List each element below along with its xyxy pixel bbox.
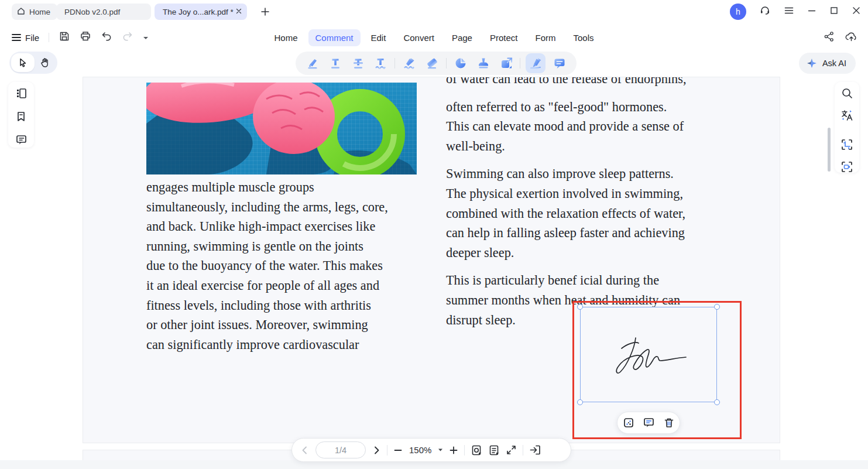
left-sidebar: [8, 82, 34, 148]
cursor-icon: [18, 57, 28, 68]
share-icon[interactable]: [824, 31, 835, 44]
stamp-tool-button[interactable]: [475, 54, 492, 72]
main-menu: Home Comment Edit Convert Page Protect F…: [267, 23, 601, 52]
shapes-tool-button[interactable]: [498, 54, 515, 72]
divider: [446, 58, 447, 69]
text-line: fitness levels, including those with art…: [146, 296, 388, 316]
text-line: it an ideal exercise for people of all a…: [146, 276, 388, 296]
signature-tool-button[interactable]: [526, 53, 545, 73]
minimize-icon[interactable]: [807, 6, 816, 18]
menubar: File Home Comment Edit Convert: [0, 23, 868, 52]
freehand-draw-icon: [402, 56, 416, 70]
menu-item-home[interactable]: Home: [267, 29, 304, 46]
comment-icon[interactable]: [643, 417, 655, 429]
resize-handle-bottom-right[interactable]: [714, 399, 720, 405]
cloud-upload-icon[interactable]: [845, 31, 857, 44]
select-tool-button[interactable]: [11, 53, 35, 72]
home-button[interactable]: Home: [12, 4, 57, 20]
text-line: This can elevate mood and provide a sens…: [446, 117, 686, 136]
ask-ai-label: Ask AI: [822, 59, 846, 68]
undo-history-caret-icon[interactable]: [143, 32, 149, 43]
signature-annotation-selection[interactable]: [580, 307, 717, 402]
text-line: can significantly improve cardiovascular: [146, 335, 388, 355]
translate-icon[interactable]: [840, 109, 853, 124]
page-fit-icon[interactable]: [471, 444, 482, 456]
resize-handle-top-right[interactable]: [714, 304, 720, 310]
avatar[interactable]: h: [730, 4, 746, 20]
underline-tool-button[interactable]: [327, 54, 344, 72]
redo-icon[interactable]: [122, 30, 133, 44]
support-headset-icon[interactable]: [759, 5, 771, 19]
highlight-tool-button[interactable]: [304, 54, 321, 72]
menu-item-convert[interactable]: Convert: [396, 29, 441, 46]
menu-item-page[interactable]: Page: [445, 29, 479, 46]
menu-item-protect[interactable]: Protect: [483, 29, 525, 46]
titlebar: Home PDNob v2.0.pdf The Joy o...ark.pdf …: [0, 0, 868, 23]
strikethrough-icon: [351, 56, 365, 70]
handwritten-signature: [605, 328, 693, 384]
eraser-icon: [425, 56, 439, 70]
previous-page-icon[interactable]: [300, 446, 310, 455]
bookmark-icon[interactable]: [15, 111, 27, 125]
crop-icon[interactable]: [840, 138, 853, 153]
vertical-scrollbar[interactable]: [828, 128, 831, 172]
shapes-icon: [499, 56, 513, 70]
print-icon[interactable]: [80, 30, 91, 44]
pdf-page[interactable]: engages multiple muscle groups simultane…: [83, 77, 780, 443]
underline-icon: [328, 56, 342, 70]
sticker-tool-button[interactable]: [452, 54, 469, 72]
exit-view-icon[interactable]: [529, 444, 541, 456]
eraser-tool-button[interactable]: [423, 54, 441, 72]
maximize-icon[interactable]: [829, 6, 839, 18]
zoom-out-icon[interactable]: [393, 446, 403, 455]
resize-handle-top-left[interactable]: [577, 304, 583, 310]
menu-item-form[interactable]: Form: [528, 29, 562, 46]
appearance-icon[interactable]: [623, 417, 634, 429]
close-tab-icon[interactable]: [235, 8, 242, 16]
app-menu-icon[interactable]: [784, 5, 794, 18]
search-icon[interactable]: [841, 87, 853, 102]
zoom-dropdown-caret-icon[interactable]: [438, 448, 443, 452]
fullscreen-icon[interactable]: [506, 444, 517, 456]
undo-icon[interactable]: [101, 30, 112, 44]
divider: [394, 58, 395, 69]
text-line: Swimming can also improve sleep patterns…: [446, 164, 686, 184]
new-tab-button[interactable]: [259, 6, 271, 18]
text-line: well-being.: [446, 136, 686, 156]
save-icon[interactable]: [59, 30, 70, 44]
tab-pdnob[interactable]: PDNob v2.0.pdf: [56, 4, 151, 20]
sticker-icon: [454, 56, 468, 70]
divider: [464, 445, 465, 456]
tab-joy-of-watermark-active[interactable]: The Joy o...ark.pdf *: [155, 4, 247, 20]
resize-handle-bottom-left[interactable]: [577, 399, 583, 405]
page-text-left-column: engages multiple muscle groups simultane…: [146, 177, 388, 354]
freehand-draw-tool-button[interactable]: [400, 54, 418, 72]
page-number-input[interactable]: 1/4: [315, 441, 366, 458]
zoom-level[interactable]: 150%: [409, 445, 431, 455]
comments-icon[interactable]: [15, 133, 28, 148]
note-tool-button[interactable]: [551, 54, 568, 72]
text-line: running, swimming is gentle on the joint…: [146, 237, 388, 256]
avatar-letter: h: [736, 7, 740, 16]
menu-item-tools[interactable]: Tools: [566, 29, 601, 46]
hand-tool-button[interactable]: [35, 57, 56, 68]
file-menu-button[interactable]: File: [12, 33, 39, 43]
next-page-icon[interactable]: [372, 446, 381, 455]
strikethrough-tool-button[interactable]: [349, 54, 367, 72]
menu-item-edit[interactable]: Edit: [364, 29, 393, 46]
pdf-editor-window: Home PDNob v2.0.pdf The Joy o...ark.pdf …: [0, 0, 868, 469]
zoom-in-icon[interactable]: [449, 446, 458, 455]
tab-label: The Joy o...ark.pdf *: [163, 8, 234, 16]
delete-icon[interactable]: [663, 417, 675, 429]
squiggly-underline-tool-button[interactable]: [372, 54, 389, 72]
highlight-icon: [306, 56, 320, 70]
screen-capture-icon[interactable]: [840, 160, 853, 176]
menu-item-comment[interactable]: Comment: [308, 29, 360, 46]
text-line: and back. Unlike high-impact exercises l…: [146, 217, 388, 237]
ask-ai-button[interactable]: Ask AI: [799, 53, 856, 74]
close-window-icon[interactable]: [852, 6, 861, 18]
text-line-clipped: of water can lead to the release of endo…: [446, 77, 686, 89]
right-sidebar: [835, 82, 859, 173]
thumbnails-icon[interactable]: [15, 87, 28, 102]
page-layout-icon[interactable]: [488, 444, 500, 456]
